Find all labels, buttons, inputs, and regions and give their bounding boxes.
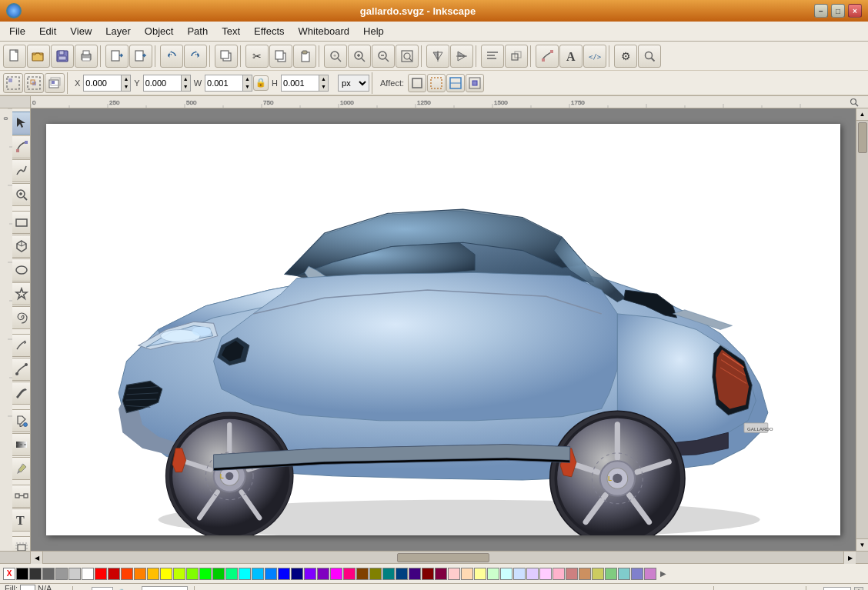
export-button[interactable] bbox=[129, 45, 152, 68]
color-brown[interactable] bbox=[356, 568, 369, 580]
color-navy[interactable] bbox=[291, 568, 303, 580]
color-light-yellow[interactable] bbox=[474, 568, 486, 580]
color-med-cyan[interactable] bbox=[618, 568, 630, 580]
color-violet[interactable] bbox=[304, 568, 316, 580]
maximize-button[interactable]: □ bbox=[831, 4, 845, 18]
undo-button[interactable] bbox=[160, 45, 183, 68]
h-input-group[interactable]: 0.001 ▲▼ bbox=[281, 75, 329, 92]
flip-v-button[interactable] bbox=[450, 45, 473, 68]
scroll-thumb-h[interactable] bbox=[397, 553, 489, 562]
color-lime[interactable] bbox=[186, 568, 199, 580]
pen-tool[interactable] bbox=[10, 358, 32, 381]
zoom-in-button[interactable] bbox=[348, 45, 371, 68]
color-gray[interactable] bbox=[42, 568, 55, 580]
node-editor-tool[interactable] bbox=[10, 135, 32, 158]
affect-nodes-button[interactable] bbox=[466, 74, 484, 92]
menu-effects[interactable]: Effects bbox=[248, 24, 291, 38]
star-tool[interactable] bbox=[10, 282, 32, 305]
color-green2[interactable] bbox=[212, 568, 225, 580]
w-input[interactable]: 0.001 bbox=[205, 75, 242, 91]
scroll-right-button[interactable]: ▶ bbox=[843, 552, 856, 564]
y-spin-up[interactable]: ▲ bbox=[181, 75, 190, 83]
xml-editor-button[interactable]: </> bbox=[583, 45, 606, 68]
color-dark-purple[interactable] bbox=[435, 568, 447, 580]
dropper-tool[interactable] bbox=[10, 457, 32, 480]
color-silver[interactable] bbox=[68, 568, 81, 580]
color-lightgray[interactable] bbox=[55, 568, 68, 580]
group-tool[interactable] bbox=[10, 536, 32, 551]
selector-tool[interactable] bbox=[10, 112, 32, 135]
zoom-out-button[interactable] bbox=[372, 45, 395, 68]
menu-view[interactable]: View bbox=[64, 24, 98, 38]
color-darkgray[interactable] bbox=[29, 568, 42, 580]
cut-button[interactable]: ✂ bbox=[245, 45, 269, 68]
canvas-area[interactable]: GALLARDO bbox=[31, 108, 856, 551]
color-red[interactable] bbox=[95, 568, 107, 580]
spiral-tool[interactable] bbox=[10, 306, 32, 329]
color-light-cyan[interactable] bbox=[500, 568, 512, 580]
scroll-track-h[interactable] bbox=[43, 552, 843, 563]
scroll-up-button[interactable]: ▲ bbox=[856, 108, 869, 121]
text-tool[interactable]: T bbox=[10, 508, 32, 532]
scroll-track[interactable] bbox=[856, 121, 868, 538]
x-spin-up[interactable]: ▲ bbox=[121, 75, 130, 83]
save-button[interactable] bbox=[51, 45, 74, 68]
tweak-tool[interactable] bbox=[10, 159, 32, 182]
select-in-all-layers-button[interactable] bbox=[45, 73, 65, 93]
color-red2[interactable] bbox=[108, 568, 120, 580]
affect-custom-button[interactable] bbox=[446, 74, 465, 92]
color-orange[interactable] bbox=[134, 568, 146, 580]
color-light-green[interactable] bbox=[487, 568, 499, 580]
color-amber[interactable] bbox=[147, 568, 159, 580]
paste-button[interactable] bbox=[293, 45, 316, 68]
y-input-group[interactable]: 0.000 ▲▼ bbox=[143, 75, 191, 92]
scroll-down-button[interactable]: ▼ bbox=[856, 538, 869, 551]
new-button[interactable] bbox=[3, 45, 26, 68]
connector-tool[interactable] bbox=[10, 485, 32, 508]
redo-button[interactable] bbox=[184, 45, 207, 68]
color-orange-red[interactable] bbox=[121, 568, 133, 580]
color-olive[interactable] bbox=[369, 568, 382, 580]
color-yellow[interactable] bbox=[160, 568, 172, 580]
x-input[interactable]: 0.000 bbox=[84, 75, 121, 91]
text-editor-button[interactable]: A bbox=[559, 45, 583, 68]
color-cyan[interactable] bbox=[239, 568, 251, 580]
find-button[interactable] bbox=[638, 45, 661, 68]
unit-selector[interactable]: pxptmmin bbox=[338, 75, 369, 92]
h-spin-up[interactable]: ▲ bbox=[319, 75, 328, 83]
menu-file[interactable]: File bbox=[3, 24, 32, 38]
open-button[interactable] bbox=[27, 45, 50, 68]
color-yellow-green[interactable] bbox=[173, 568, 185, 580]
menu-text[interactable]: Text bbox=[215, 24, 246, 38]
color-light-orange[interactable] bbox=[461, 568, 473, 580]
x-spin-down[interactable]: ▼ bbox=[121, 83, 130, 91]
color-azure[interactable] bbox=[252, 568, 264, 580]
color-indigo[interactable] bbox=[409, 568, 421, 580]
h-spin-down[interactable]: ▼ bbox=[319, 83, 328, 91]
color-light-blue[interactable] bbox=[513, 568, 526, 580]
color-spring[interactable] bbox=[225, 568, 238, 580]
mode-selector[interactable]: •paint normal multiply screen bbox=[142, 586, 188, 591]
color-light-red[interactable] bbox=[448, 568, 460, 580]
zoom-input[interactable] bbox=[823, 587, 851, 591]
w-spin-down[interactable]: ▼ bbox=[242, 83, 252, 91]
calligraphy-tool[interactable] bbox=[10, 382, 32, 405]
x-input-group[interactable]: 0.000 ▲▼ bbox=[83, 75, 131, 92]
menu-whiteboard[interactable]: Whiteboard bbox=[292, 24, 356, 38]
palette-scroll-right[interactable]: ▶ bbox=[657, 568, 669, 580]
menu-layer[interactable]: Layer bbox=[99, 24, 137, 38]
w-input-group[interactable]: 0.001 ▲▼ bbox=[205, 75, 252, 92]
color-pink[interactable] bbox=[539, 568, 552, 580]
zoom-page-button[interactable] bbox=[396, 45, 419, 68]
vertical-scrollbar[interactable]: ▲ ▼ bbox=[856, 108, 868, 551]
preferences-button[interactable]: ⚙ bbox=[614, 45, 637, 68]
color-magenta[interactable] bbox=[330, 568, 342, 580]
menu-edit[interactable]: Edit bbox=[33, 24, 62, 38]
zoom-to-fit-canvas[interactable] bbox=[848, 96, 860, 108]
color-med-green[interactable] bbox=[605, 568, 617, 580]
duplicate-button[interactable] bbox=[215, 45, 238, 68]
print-button[interactable] bbox=[75, 45, 98, 68]
select-touch-button[interactable] bbox=[24, 73, 44, 93]
circle-tool[interactable] bbox=[10, 258, 32, 282]
copy-button[interactable] bbox=[269, 45, 292, 68]
